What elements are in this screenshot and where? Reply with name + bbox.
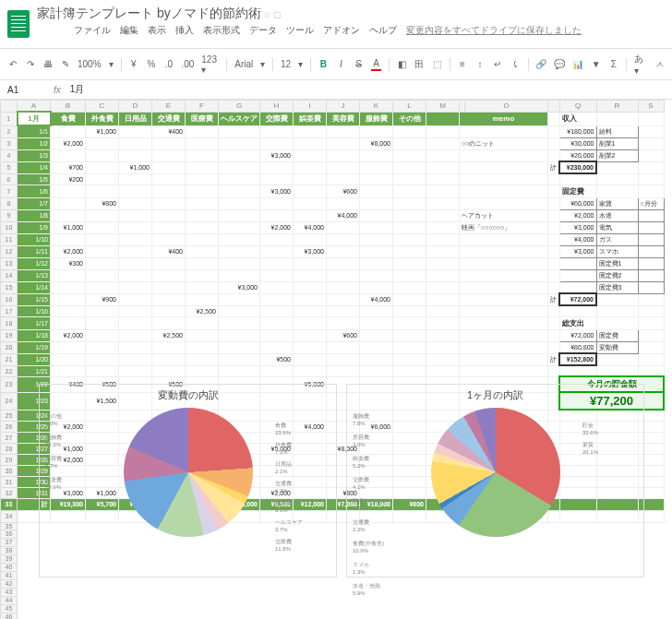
data-cell[interactable] — [51, 293, 86, 305]
data-cell[interactable] — [186, 197, 219, 209]
data-cell[interactable] — [327, 305, 360, 316]
percent-icon[interactable]: % — [146, 58, 156, 71]
star-icon[interactable]: ☆ — [263, 10, 270, 19]
data-cell[interactable]: ¥3,000 — [294, 245, 327, 257]
cell[interactable] — [548, 185, 560, 197]
chart-icon[interactable]: 📊 — [572, 58, 583, 71]
data-cell[interactable] — [119, 353, 152, 365]
data-cell[interactable] — [327, 161, 360, 173]
row-10[interactable]: 10 — [1, 221, 18, 233]
data-cell[interactable]: ¥600 — [327, 329, 360, 341]
data-cell[interactable] — [219, 209, 260, 221]
data-cell[interactable] — [51, 281, 86, 293]
cell[interactable]: 計 — [548, 293, 560, 305]
data-cell[interactable]: ¥4,000 — [327, 209, 360, 221]
data-cell[interactable] — [360, 197, 393, 209]
row-45[interactable]: 45 — [1, 604, 18, 613]
data-cell[interactable] — [393, 293, 426, 305]
cell[interactable] — [426, 269, 460, 281]
row-35[interactable]: 35 — [1, 522, 18, 530]
data-cell[interactable] — [294, 293, 327, 305]
data-cell[interactable] — [186, 233, 219, 245]
data-cell[interactable] — [327, 233, 360, 245]
menu-データ[interactable]: データ — [249, 24, 277, 37]
data-cell[interactable]: ¥300 — [51, 257, 86, 269]
row-42[interactable]: 42 — [1, 579, 18, 588]
data-cell[interactable] — [219, 137, 260, 149]
memo-cell[interactable] — [460, 149, 548, 161]
data-cell[interactable] — [86, 137, 119, 149]
data-cell[interactable] — [219, 245, 260, 257]
corner[interactable] — [1, 101, 18, 113]
data-cell[interactable] — [294, 185, 327, 197]
row-34[interactable]: 34 — [1, 510, 18, 522]
row-40[interactable]: 40 — [1, 563, 18, 571]
row-22[interactable]: 22 — [1, 365, 18, 376]
data-cell[interactable] — [119, 341, 152, 353]
data-cell[interactable] — [186, 149, 219, 161]
data-cell[interactable] — [186, 329, 219, 341]
cell[interactable] — [548, 233, 560, 245]
cell[interactable] — [548, 197, 560, 209]
data-cell[interactable]: ¥900 — [86, 293, 119, 305]
side-val[interactable]: ¥3,000 — [559, 221, 596, 233]
data-cell[interactable] — [360, 281, 393, 293]
data-cell[interactable] — [294, 125, 327, 137]
cell[interactable] — [18, 596, 665, 604]
halign-icon[interactable]: ≡ — [458, 58, 468, 71]
data-cell[interactable] — [260, 233, 294, 245]
strike-icon[interactable]: S — [354, 58, 364, 71]
memo-cell[interactable]: 映画「○○○○○○」 — [460, 221, 548, 233]
data-cell[interactable] — [152, 269, 186, 281]
data-cell[interactable] — [327, 341, 360, 353]
data-cell[interactable] — [119, 149, 152, 161]
doc-title[interactable]: 家計簿テンプレート byノマド的節約術 — [37, 6, 261, 20]
data-cell[interactable] — [86, 161, 119, 173]
data-cell[interactable] — [393, 185, 426, 197]
data-cell[interactable] — [186, 221, 219, 233]
data-cell[interactable] — [219, 341, 260, 353]
row-23[interactable]: 23 — [1, 376, 18, 392]
cell[interactable] — [559, 365, 596, 376]
memo-cell[interactable] — [460, 245, 548, 257]
data-cell[interactable] — [86, 233, 119, 245]
data-cell[interactable]: ¥3,000 — [260, 185, 294, 197]
data-cell[interactable] — [260, 209, 294, 221]
row-44[interactable]: 44 — [1, 596, 18, 604]
cell[interactable] — [426, 329, 460, 341]
row-1[interactable]: 1 — [1, 112, 18, 125]
data-cell[interactable] — [260, 269, 294, 281]
data-cell[interactable] — [393, 245, 426, 257]
cell[interactable] — [548, 125, 560, 137]
collapse-icon[interactable]: ㅅ — [654, 58, 665, 71]
folder-icon[interactable]: ▢ — [273, 10, 282, 19]
menu-表示形式[interactable]: 表示形式 — [203, 24, 240, 37]
data-cell[interactable] — [327, 197, 360, 209]
data-cell[interactable] — [86, 341, 119, 353]
functions-icon[interactable]: Σ — [608, 58, 618, 71]
cell[interactable] — [426, 305, 460, 316]
data-cell[interactable] — [119, 233, 152, 245]
data-cell[interactable] — [393, 137, 426, 149]
row-3[interactable]: 3 — [1, 137, 18, 149]
data-cell[interactable] — [152, 281, 186, 293]
cell[interactable] — [548, 209, 560, 221]
data-cell[interactable] — [393, 125, 426, 137]
menu-ヘルプ[interactable]: ヘルプ — [369, 24, 397, 37]
data-cell[interactable]: ¥8,000 — [360, 137, 393, 149]
cell[interactable]: 計 — [548, 161, 560, 173]
menu-アドオン[interactable]: アドオン — [323, 24, 360, 37]
cell[interactable] — [596, 305, 638, 316]
borders-icon[interactable]: 田 — [414, 58, 425, 71]
data-cell[interactable] — [51, 149, 86, 161]
data-cell[interactable] — [51, 185, 86, 197]
data-cell[interactable] — [393, 316, 426, 329]
data-cell[interactable] — [51, 316, 86, 329]
cell[interactable] — [548, 257, 560, 269]
valign-icon[interactable]: ↕ — [475, 58, 486, 71]
cell[interactable] — [559, 173, 596, 185]
cell[interactable] — [426, 257, 460, 269]
data-cell[interactable] — [327, 269, 360, 281]
col-E[interactable]: E — [152, 101, 186, 113]
row-13[interactable]: 13 — [1, 257, 18, 269]
